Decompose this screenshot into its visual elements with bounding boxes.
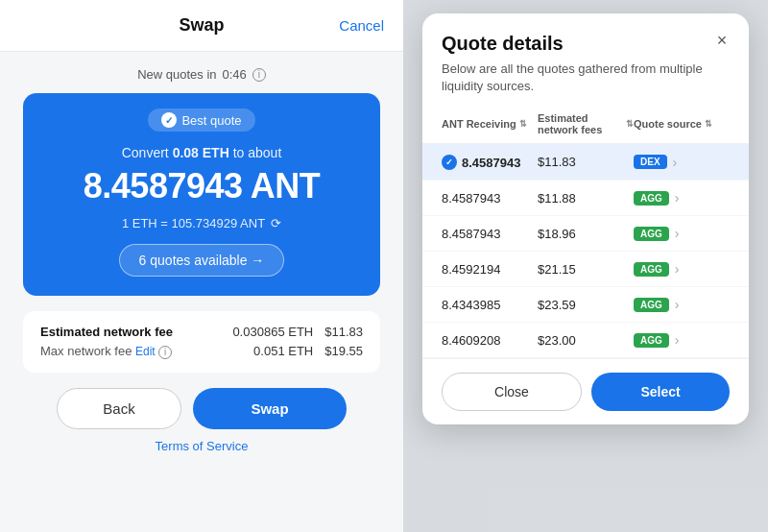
quotes-available-button[interactable]: 6 quotes available →: [119, 244, 285, 277]
modal-close-button[interactable]: ×: [710, 29, 733, 52]
exchange-rate-text: 1 ETH = 105.734929 ANT: [122, 216, 265, 230]
quote-row[interactable]: 8.4609208$23.00AGG›: [422, 323, 749, 358]
modal-title: Quote details: [442, 33, 730, 55]
max-fee-values: 0.051 ETH $19.55: [253, 344, 363, 358]
quote-row[interactable]: 8.4587943$11.88AGG›: [422, 181, 749, 216]
edit-link[interactable]: Edit: [135, 345, 158, 358]
countdown: 0:46: [223, 67, 247, 82]
fees-value: $11.88: [538, 191, 634, 206]
max-fee-usd: $19.55: [324, 344, 363, 358]
agg-badge: AGG: [634, 227, 669, 241]
max-fee-info-icon[interactable]: i: [158, 346, 172, 359]
col-source-label: Quote source: [634, 118, 702, 130]
fees-value: $23.59: [538, 298, 634, 312]
selected-check-icon: [442, 155, 457, 170]
swap-title: Swap: [179, 15, 224, 36]
fees-value: $21.15: [538, 262, 634, 277]
max-fee-text: Max network fee: [40, 344, 132, 358]
quotes-btn-label: 6 quotes available →: [139, 253, 265, 268]
estimated-fee-values: 0.030865 ETH $11.83: [232, 325, 363, 339]
estimated-fee-label: Estimated network fee: [40, 325, 173, 339]
quote-rows: 8.4587943$11.83DEX›8.4587943$11.88AGG›8.…: [422, 144, 749, 358]
max-fee-row: Max network fee Edit i 0.051 ETH $19.55: [40, 344, 363, 359]
modal-footer: Close Select: [422, 358, 749, 424]
cancel-button[interactable]: Cancel: [339, 17, 384, 34]
ant-value: 8.4609208: [442, 333, 538, 348]
col-source-header: Quote source ⇅: [634, 112, 730, 135]
swap-header: Swap Cancel: [0, 0, 403, 52]
col-source-sort-icon[interactable]: ⇅: [705, 119, 712, 129]
source-cell: AGG›: [634, 261, 730, 277]
ant-value: 8.4587943: [442, 227, 538, 241]
new-quotes-row: New quotes in 0:46 i: [137, 67, 266, 82]
chevron-right-icon: ›: [675, 190, 680, 206]
source-cell: AGG›: [634, 332, 730, 348]
estimated-fee-row: Estimated network fee 0.030865 ETH $11.8…: [40, 325, 363, 339]
col-ant-sort-icon[interactable]: ⇅: [519, 119, 527, 129]
quote-row[interactable]: 8.4587943$11.83DEX›: [422, 144, 749, 181]
main-amount-display: 8.4587943 ANT: [84, 166, 320, 206]
agg-badge: AGG: [634, 333, 669, 348]
checkmark-icon: [161, 112, 177, 128]
modal-subtitle: Below are all the quotes gathered from m…: [442, 60, 730, 95]
ant-value: 8.4587943: [442, 191, 538, 206]
source-cell: AGG›: [634, 190, 730, 206]
source-cell: AGG›: [634, 226, 730, 241]
terms-link[interactable]: Terms of Service: [156, 439, 249, 453]
modal-header: Quote details Below are all the quotes g…: [422, 13, 749, 105]
quote-row[interactable]: 8.4587943$18.96AGG›: [422, 216, 749, 252]
main-amount: 8.4587943: [84, 166, 243, 206]
back-button[interactable]: Back: [57, 388, 181, 429]
modal-table-header: ANT Receiving ⇅ Estimated network fees ⇅…: [422, 105, 749, 144]
swap-button[interactable]: Swap: [193, 388, 347, 429]
estimated-fee-usd: $11.83: [324, 325, 363, 339]
convert-amount: 0.08 ETH: [173, 145, 229, 160]
select-button[interactable]: Select: [591, 373, 730, 411]
convert-suffix: to about: [233, 145, 282, 160]
bottom-buttons: Back Swap: [23, 388, 380, 429]
refresh-icon[interactable]: ⟳: [271, 216, 281, 230]
quote-row[interactable]: 8.4592194$21.15AGG›: [422, 252, 749, 287]
chevron-right-icon: ›: [675, 297, 680, 312]
chevron-right-icon: ›: [675, 332, 680, 348]
info-icon[interactable]: i: [252, 68, 266, 82]
col-fees-header: Estimated network fees ⇅: [538, 112, 634, 135]
close-button[interactable]: Close: [442, 373, 582, 411]
col-fees-sort-icon[interactable]: ⇅: [626, 119, 634, 129]
col-ant-label: ANT Receiving: [442, 118, 516, 130]
new-quotes-label: New quotes in: [137, 67, 216, 82]
max-fee-eth: 0.051 ETH: [253, 344, 313, 358]
agg-badge: AGG: [634, 298, 669, 312]
ant-value: 8.4592194: [442, 262, 538, 277]
ant-value: 8.4343985: [442, 298, 538, 312]
convert-text: Convert 0.08 ETH to about: [122, 145, 282, 160]
quote-row[interactable]: 8.4343985$23.59AGG›: [422, 287, 749, 323]
quote-details-modal: Quote details Below are all the quotes g…: [422, 13, 749, 424]
ant-value: 8.4587943: [442, 154, 538, 170]
best-quote-badge: Best quote: [148, 109, 254, 132]
agg-badge: AGG: [634, 262, 669, 277]
chevron-right-icon: ›: [673, 155, 678, 170]
main-currency: ANT: [251, 166, 321, 206]
modal-overlay: Quote details Below are all the quotes g…: [403, 0, 768, 532]
swap-panel: Swap Cancel New quotes in 0:46 i Best qu…: [0, 0, 403, 532]
quote-card: Best quote Convert 0.08 ETH to about 8.4…: [23, 93, 380, 296]
estimated-fee-eth: 0.030865 ETH: [232, 325, 313, 339]
fees-value: $18.96: [538, 227, 634, 241]
exchange-rate: 1 ETH = 105.734929 ANT ⟳: [122, 216, 281, 230]
source-cell: DEX›: [634, 155, 730, 170]
col-ant-header: ANT Receiving ⇅: [442, 112, 538, 135]
chevron-right-icon: ›: [675, 226, 680, 241]
dex-badge: DEX: [634, 155, 667, 169]
agg-badge: AGG: [634, 191, 669, 206]
swap-body: New quotes in 0:46 i Best quote Convert …: [0, 52, 403, 532]
chevron-right-icon: ›: [675, 261, 680, 277]
best-quote-label: Best quote: [181, 113, 241, 128]
source-cell: AGG›: [634, 297, 730, 312]
network-fee-box: Estimated network fee 0.030865 ETH $11.8…: [23, 311, 380, 373]
max-fee-label: Max network fee Edit i: [40, 344, 172, 359]
convert-prefix: Convert: [122, 145, 169, 160]
col-fees-label: Estimated network fees: [538, 112, 623, 135]
selected-check: 8.4587943: [442, 155, 520, 170]
fees-value: $23.00: [538, 333, 634, 348]
